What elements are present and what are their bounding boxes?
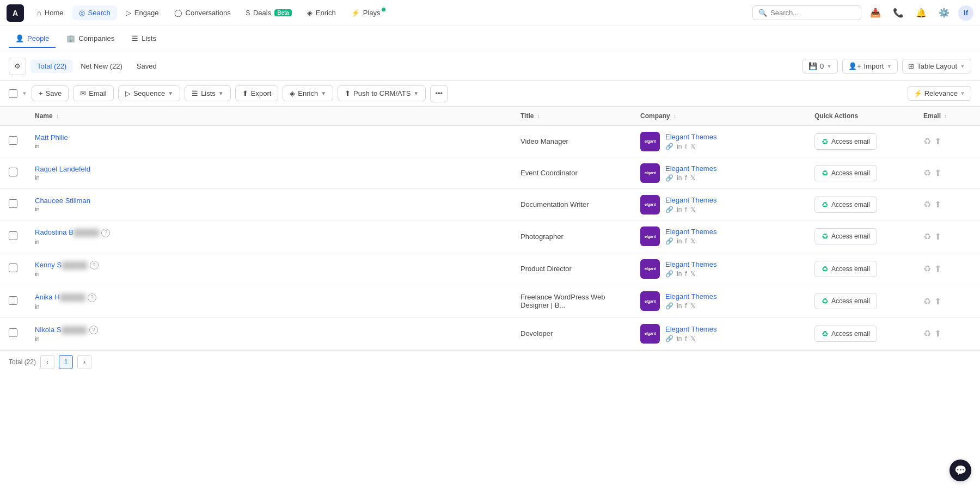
person-linkedin-6[interactable]: in <box>35 335 98 342</box>
row-check-6[interactable] <box>9 328 17 337</box>
access-email-btn-0[interactable]: ♻ Access email <box>814 133 877 150</box>
sub-nav-people[interactable]: 👤 People <box>9 30 56 48</box>
company-name-0[interactable]: Elegant Themes <box>665 133 716 141</box>
company-name-5[interactable]: Elegant Themes <box>665 292 716 301</box>
access-email-btn-1[interactable]: ♻ Access email <box>814 165 877 181</box>
company-name-4[interactable]: Elegant Themes <box>665 260 716 268</box>
table-layout-btn[interactable]: ⊞ Table Layout ▼ <box>902 59 971 74</box>
export-button[interactable]: ⬆ Export <box>235 85 279 101</box>
save-count-btn[interactable]: 💾 0 ▼ <box>803 59 838 74</box>
access-email-btn-5[interactable]: ♻ Access email <box>814 293 877 309</box>
th-title[interactable]: Title ↕ <box>512 107 632 126</box>
company-name-6[interactable]: Elegant Themes <box>665 325 716 333</box>
company-facebook-icon-4[interactable]: f <box>685 270 687 278</box>
person-name-4[interactable]: Kenny S▓▓▓▓▓? <box>35 261 99 270</box>
person-linkedin-1[interactable]: in <box>35 174 90 181</box>
company-facebook-icon-3[interactable]: f <box>685 237 687 245</box>
check-all[interactable] <box>9 89 17 98</box>
th-company[interactable]: Company ↕ <box>632 107 806 126</box>
row-check-0[interactable] <box>9 136 17 145</box>
sub-nav-companies[interactable]: 🏢 Companies <box>60 30 121 48</box>
person-linkedin-2[interactable]: in <box>35 206 90 212</box>
import-btn[interactable]: 👤+ Import ▼ <box>842 59 898 74</box>
company-facebook-icon-1[interactable]: f <box>685 174 687 182</box>
company-facebook-icon-6[interactable]: f <box>685 335 687 342</box>
access-email-btn-3[interactable]: ♻ Access email <box>814 228 877 244</box>
email-send-icon-3[interactable]: ⬆ <box>934 231 941 242</box>
lists-button[interactable]: ☰ Lists ▼ <box>185 85 231 101</box>
global-search-box[interactable]: 🔍 <box>752 5 861 20</box>
company-twitter-icon-6[interactable]: 𝕏 <box>690 335 696 342</box>
more-button[interactable]: ••• <box>430 85 448 102</box>
nav-item-conversations[interactable]: ◯ Conversations <box>168 5 237 20</box>
access-email-btn-2[interactable]: ♻ Access email <box>814 197 877 213</box>
sub-nav-lists[interactable]: ☰ Lists <box>125 30 163 48</box>
email-button[interactable]: ✉ Email <box>73 85 114 101</box>
nav-item-plays[interactable]: ⚡ Plays <box>345 5 394 20</box>
email-send-icon-0[interactable]: ⬆ <box>934 136 941 146</box>
company-linkedin-icon-6[interactable]: in <box>677 335 682 342</box>
person-linkedin-0[interactable]: in <box>35 143 68 149</box>
company-link-icon-4[interactable]: 🔗 <box>665 270 673 278</box>
app-logo[interactable]: A <box>7 4 24 22</box>
company-facebook-icon-5[interactable]: f <box>685 302 687 310</box>
company-name-1[interactable]: Elegant Themes <box>665 164 716 173</box>
user-icon-btn[interactable]: If <box>958 5 973 21</box>
email-copy-icon-0[interactable]: ♻ <box>923 136 931 146</box>
person-linkedin-5[interactable]: in <box>35 303 96 310</box>
person-name-2[interactable]: Chaucee Stillman <box>35 197 90 205</box>
inbox-icon-btn[interactable]: 📥 <box>867 4 884 22</box>
row-check-3[interactable] <box>9 231 17 240</box>
company-link-icon-1[interactable]: 🔗 <box>665 174 673 182</box>
push-crm-button[interactable]: ⬆ Push to CRM/ATS ▼ <box>338 85 426 101</box>
email-copy-icon-2[interactable]: ♻ <box>923 199 931 210</box>
row-check-4[interactable] <box>9 264 17 272</box>
next-page-btn[interactable]: › <box>77 355 91 369</box>
filter-button[interactable]: ⚙ <box>9 58 26 75</box>
blur-info-icon[interactable]: ? <box>88 293 96 302</box>
company-twitter-icon-5[interactable]: 𝕏 <box>690 302 696 310</box>
blur-info-icon[interactable]: ? <box>89 326 98 334</box>
company-linkedin-icon-4[interactable]: in <box>677 270 682 278</box>
company-linkedin-icon-1[interactable]: in <box>677 174 682 182</box>
enrich-button[interactable]: ◈ Enrich ▼ <box>283 85 333 101</box>
email-send-icon-2[interactable]: ⬆ <box>934 199 941 210</box>
nav-item-enrich[interactable]: ◈ Enrich <box>301 5 342 20</box>
company-twitter-icon-2[interactable]: 𝕏 <box>690 206 696 213</box>
company-link-icon-2[interactable]: 🔗 <box>665 206 673 213</box>
email-send-icon-5[interactable]: ⬆ <box>934 296 941 307</box>
person-linkedin-4[interactable]: in <box>35 271 99 277</box>
nav-item-search[interactable]: ◎ Search <box>72 5 117 20</box>
tab-total[interactable]: Total (22) <box>30 59 73 73</box>
nav-item-deals[interactable]: $ Deals Beta <box>240 5 298 20</box>
person-name-5[interactable]: Anika H▓▓▓▓▓? <box>35 293 96 302</box>
company-twitter-icon-4[interactable]: 𝕏 <box>690 270 696 278</box>
company-twitter-icon-1[interactable]: 𝕏 <box>690 174 696 182</box>
access-email-btn-6[interactable]: ♻ Access email <box>814 326 877 342</box>
row-check-5[interactable] <box>9 296 17 305</box>
person-name-6[interactable]: Nikola S▓▓▓▓▓? <box>35 326 98 335</box>
tab-netnew[interactable]: Net New (22) <box>74 59 129 73</box>
row-check-2[interactable] <box>9 199 17 208</box>
current-page-btn[interactable]: 1 <box>59 355 73 369</box>
email-copy-icon-1[interactable]: ♻ <box>923 168 931 178</box>
th-email[interactable]: Email ↕ <box>915 107 980 126</box>
email-copy-icon-6[interactable]: ♻ <box>923 328 931 339</box>
phone-icon-btn[interactable]: 📞 <box>890 4 907 22</box>
person-name-3[interactable]: Radostina B▓▓▓▓▓? <box>35 228 110 237</box>
company-link-icon-0[interactable]: 🔗 <box>665 143 673 150</box>
search-input[interactable] <box>770 9 855 17</box>
company-twitter-icon-3[interactable]: 𝕏 <box>690 237 696 245</box>
company-linkedin-icon-3[interactable]: in <box>677 237 682 245</box>
nav-item-home[interactable]: ⌂ Home <box>30 5 70 20</box>
company-name-3[interactable]: Elegant Themes <box>665 228 716 236</box>
company-link-icon-5[interactable]: 🔗 <box>665 302 673 310</box>
th-name[interactable]: Name ↕ <box>26 107 512 126</box>
person-name-0[interactable]: Matt Philie <box>35 133 68 142</box>
email-send-icon-4[interactable]: ⬆ <box>934 264 941 274</box>
company-twitter-icon-0[interactable]: 𝕏 <box>690 143 696 150</box>
save-button[interactable]: + Save <box>32 85 69 101</box>
bell-icon-btn[interactable]: 🔔 <box>912 4 930 22</box>
check-all-caret[interactable]: ▼ <box>22 90 27 96</box>
sequence-button[interactable]: ▷ Sequence ▼ <box>118 85 180 101</box>
